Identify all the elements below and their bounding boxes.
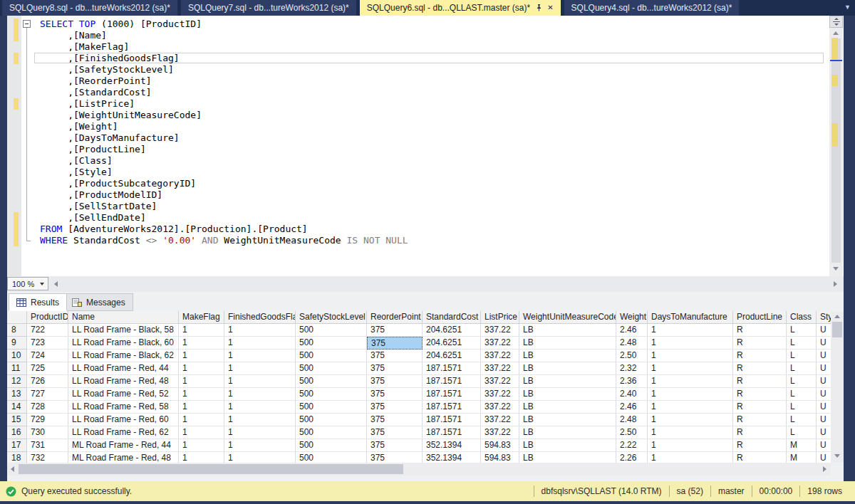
grid-cell[interactable]: 337.22 — [481, 414, 519, 426]
scrollbar-thumb[interactable] — [832, 322, 842, 337]
column-header-ReorderPoint[interactable]: ReorderPoint — [367, 311, 423, 324]
results-grid[interactable]: ProductIDNameMakeFlagFinishedGoodsFlagSa… — [7, 311, 831, 463]
grid-cell[interactable]: 375 — [367, 324, 423, 337]
grid-cell[interactable]: 204.6251 — [423, 324, 481, 337]
grid-cell[interactable]: LB — [519, 324, 616, 337]
grid-cell[interactable]: 1 — [648, 388, 733, 401]
grid-cell[interactable]: LB — [519, 362, 616, 375]
grid-cell[interactable]: 187.1571 — [423, 414, 481, 426]
splitter-handle[interactable] — [829, 16, 843, 28]
column-header-MakeFlag[interactable]: MakeFlag — [179, 311, 224, 324]
grid-cell[interactable]: 1 — [179, 337, 224, 350]
tab-list-chevron-icon[interactable]: ▼ — [844, 4, 851, 11]
grid-cell[interactable]: LL Road Frame - Red, 62 — [68, 426, 179, 439]
grid-cell[interactable]: L — [787, 337, 817, 350]
document-tab-3[interactable]: SQLQuery6.sql - db...QLLAST.master (sa)*… — [360, 0, 561, 16]
grid-cell[interactable]: 500 — [296, 452, 367, 463]
grid-cell[interactable]: LB — [519, 452, 616, 463]
grid-cell[interactable]: U — [817, 426, 831, 439]
grid-cell[interactable]: 1 — [179, 414, 224, 426]
grid-cell[interactable]: 500 — [296, 375, 367, 388]
grid-cell[interactable]: 2.48 — [616, 414, 648, 426]
document-tab-1[interactable]: SQLQuery8.sql - db...tureWorks2012 (sa)* — [2, 0, 177, 16]
grid-cell[interactable]: LB — [519, 414, 616, 426]
grid-cell[interactable]: L — [787, 401, 817, 414]
grid-cell[interactable]: L — [787, 426, 817, 439]
scroll-down-arrow[interactable] — [834, 454, 840, 458]
grid-vertical-scrollbar[interactable] — [831, 311, 844, 463]
grid-cell[interactable]: 728 — [27, 401, 68, 414]
grid-cell[interactable]: 1 — [648, 337, 733, 350]
grid-cell[interactable]: 2.50 — [616, 350, 648, 362]
grid-cell[interactable]: 1 — [179, 324, 224, 337]
grid-corner-cell[interactable] — [7, 311, 27, 324]
grid-cell[interactable]: U — [817, 439, 831, 452]
grid-cell[interactable]: 2.26 — [616, 452, 648, 463]
grid-cell[interactable]: 375 — [367, 362, 423, 375]
scroll-right-arrow[interactable] — [834, 281, 837, 287]
close-icon[interactable]: ✕ — [547, 4, 553, 11]
editor-vertical-scrollbar[interactable] — [829, 16, 843, 276]
grid-cell[interactable]: LL Road Frame - Black, 62 — [68, 350, 179, 362]
grid-cell[interactable]: 2.40 — [616, 388, 648, 401]
grid-cell[interactable]: 375 — [367, 414, 423, 426]
grid-cell[interactable]: 2.22 — [616, 439, 648, 452]
row-number-cell[interactable]: 16 — [7, 426, 27, 439]
grid-cell[interactable]: 1 — [224, 375, 296, 388]
column-header-SafetyStockLevel[interactable]: SafetyStockLevel — [296, 311, 367, 324]
column-header-WeightUnitMeasureCode[interactable]: WeightUnitMeasureCode — [519, 311, 616, 324]
column-header-ProductID[interactable]: ProductID — [27, 311, 68, 324]
grid-cell[interactable]: L — [787, 362, 817, 375]
grid-cell[interactable]: R — [733, 439, 787, 452]
fold-collapse-icon[interactable] — [23, 20, 31, 28]
grid-cell[interactable]: 1 — [179, 426, 224, 439]
grid-cell[interactable]: 1 — [179, 401, 224, 414]
row-number-cell[interactable]: 15 — [7, 414, 27, 426]
grid-cell[interactable]: U — [817, 452, 831, 463]
row-number-cell[interactable]: 18 — [7, 452, 27, 463]
row-number-cell[interactable]: 14 — [7, 401, 27, 414]
column-header-FinishedGoodsFlag[interactable]: FinishedGoodsFlag — [224, 311, 296, 324]
grid-cell[interactable]: 500 — [296, 426, 367, 439]
grid-cell[interactable]: 722 — [27, 324, 68, 337]
grid-cell[interactable]: LL Road Frame - Red, 52 — [68, 388, 179, 401]
grid-cell[interactable]: 1 — [224, 414, 296, 426]
grid-cell[interactable]: 2.50 — [616, 426, 648, 439]
grid-cell[interactable]: 337.22 — [481, 401, 519, 414]
grid-cell[interactable]: 337.22 — [481, 375, 519, 388]
grid-cell[interactable]: 726 — [27, 375, 68, 388]
grid-cell[interactable]: M — [787, 439, 817, 452]
row-number-cell[interactable]: 8 — [7, 324, 27, 337]
grid-cell[interactable]: U — [817, 375, 831, 388]
column-header-DaysToManufacture[interactable]: DaysToManufacture — [648, 311, 733, 324]
grid-cell[interactable]: LB — [519, 388, 616, 401]
grid-cell[interactable]: LL Road Frame - Black, 58 — [68, 324, 179, 337]
grid-cell[interactable]: 724 — [27, 350, 68, 362]
grid-cell[interactable]: LL Road Frame - Red, 44 — [68, 362, 179, 375]
grid-cell[interactable]: 1 — [224, 324, 296, 337]
pin-icon[interactable] — [536, 4, 542, 11]
grid-cell[interactable]: 1 — [224, 337, 296, 350]
row-number-cell[interactable]: 11 — [7, 362, 27, 375]
grid-cell[interactable]: 1 — [648, 375, 733, 388]
grid-cell[interactable]: 187.1571 — [423, 388, 481, 401]
grid-cell[interactable]: 1 — [224, 439, 296, 452]
grid-cell[interactable]: 187.1571 — [423, 375, 481, 388]
grid-cell[interactable]: 187.1571 — [423, 401, 481, 414]
grid-cell[interactable]: 723 — [27, 337, 68, 350]
grid-cell[interactable]: LL Road Frame - Red, 60 — [68, 414, 179, 426]
grid-cell[interactable]: 500 — [296, 439, 367, 452]
grid-cell[interactable]: R — [733, 350, 787, 362]
grid-cell[interactable]: 1 — [224, 401, 296, 414]
grid-cell[interactable]: 1 — [179, 350, 224, 362]
column-header-StandardCost[interactable]: StandardCost — [423, 311, 481, 324]
grid-cell[interactable]: L — [787, 388, 817, 401]
grid-cell[interactable]: 1 — [648, 439, 733, 452]
grid-cell[interactable]: 1 — [648, 414, 733, 426]
row-number-cell[interactable]: 9 — [7, 337, 27, 350]
grid-cell[interactable]: 375 — [367, 401, 423, 414]
grid-cell[interactable]: R — [733, 426, 787, 439]
grid-cell[interactable]: 1 — [179, 362, 224, 375]
grid-cell[interactable]: 1 — [648, 362, 733, 375]
document-tab-2[interactable]: SQLQuery7.sql - db...tureWorks2012 (sa)* — [181, 0, 356, 16]
